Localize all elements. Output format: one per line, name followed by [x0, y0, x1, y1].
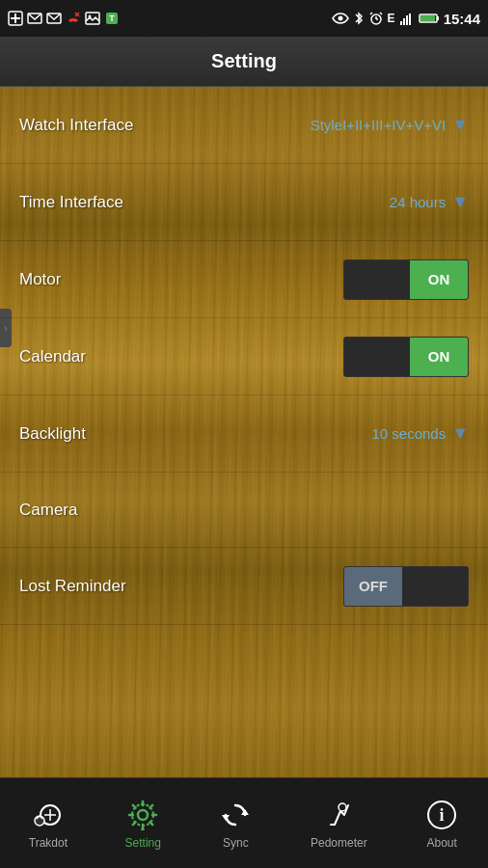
svg-point-28 [138, 810, 148, 820]
tracking-icon: T [104, 11, 120, 26]
add-icon [8, 11, 23, 26]
svg-point-27 [35, 816, 44, 826]
svg-rect-20 [409, 14, 411, 25]
lost-reminder-row: Lost Reminder OFF [0, 548, 488, 625]
motor-toggle[interactable]: ON [343, 259, 469, 300]
time-interface-value[interactable]: 24 hours ▼ [390, 192, 469, 212]
watch-interface-dropdown-icon[interactable]: ▼ [451, 115, 469, 135]
alarm-icon [368, 11, 384, 26]
time-interface-label: Time Interface [19, 193, 123, 212]
motor-label: Motor [19, 270, 61, 289]
svg-text:T: T [109, 14, 115, 23]
trakdot-label: Trakdot [29, 836, 68, 850]
watch-interface-label: Watch Interface [19, 116, 133, 135]
nav-item-sync[interactable]: Sync [206, 790, 264, 857]
signal-e-icon: E [388, 12, 395, 25]
calendar-toggle-off-area [344, 338, 410, 376]
lost-reminder-toggle[interactable]: OFF [343, 566, 469, 607]
status-bar: T E 15:44 [0, 0, 488, 37]
pedometer-icon [321, 798, 356, 832]
main-content: › Watch Interface StyleI+II+III+IV+V+VI … [0, 87, 488, 777]
sync-icon [218, 798, 253, 832]
status-icons-right: E 15:44 [332, 11, 480, 27]
svg-point-11 [338, 16, 342, 21]
eye-icon [332, 13, 349, 24]
nav-item-trakdot[interactable]: Trakdot [17, 790, 79, 857]
lost-reminder-label: Lost Reminder [19, 577, 126, 596]
motor-row: Motor ON [0, 241, 488, 318]
calendar-toggle[interactable]: ON [343, 337, 469, 377]
svg-rect-19 [406, 15, 408, 25]
backlight-label: Backlight [19, 424, 86, 444]
title-bar: Setting [0, 37, 488, 87]
calendar-label: Calendar [19, 347, 86, 366]
lost-reminder-toggle-off-label: OFF [344, 567, 402, 606]
time-interface-dropdown-icon[interactable]: ▼ [451, 192, 469, 212]
svg-text:i: i [440, 805, 445, 825]
trakdot-icon [31, 798, 66, 832]
svg-line-16 [380, 13, 382, 14]
lost-reminder-toggle-on-area [402, 567, 468, 606]
battery-icon [419, 13, 440, 24]
setting-icon [125, 798, 160, 832]
nav-item-pedometer[interactable]: Pedometer [299, 790, 379, 857]
signal-bars-icon [399, 12, 415, 25]
status-time: 15:44 [444, 11, 480, 27]
svg-rect-22 [420, 15, 435, 21]
calendar-row: Calendar ON [0, 318, 488, 395]
time-interface-row: Time Interface 24 hours ▼ [0, 164, 488, 241]
backlight-text: 10 seconds [371, 425, 446, 442]
email2-icon [46, 13, 62, 24]
svg-line-15 [370, 13, 372, 14]
watch-interface-text: StyleI+II+III+IV+V+VI [311, 117, 447, 133]
backlight-dropdown-icon[interactable]: ▼ [451, 423, 469, 444]
image-icon [85, 12, 100, 25]
motor-toggle-off-area [344, 260, 410, 299]
calendar-toggle-on-label: ON [410, 338, 468, 376]
camera-row: Camera [0, 473, 488, 548]
motor-toggle-on-label: ON [410, 260, 468, 299]
sync-label: Sync [223, 836, 249, 850]
svg-point-32 [339, 803, 346, 811]
nav-item-setting[interactable]: Setting [114, 790, 173, 857]
setting-label: Setting [125, 836, 161, 850]
svg-rect-23 [437, 16, 439, 20]
bottom-nav: Trakdot Setting Sync [0, 777, 488, 868]
about-icon: i [424, 798, 459, 832]
pedometer-label: Pedometer [311, 836, 367, 850]
svg-rect-17 [400, 21, 402, 25]
svg-rect-18 [403, 18, 405, 25]
about-label: About [427, 836, 457, 850]
backlight-value[interactable]: 10 seconds ▼ [371, 423, 469, 444]
backlight-row: Backlight 10 seconds ▼ [0, 395, 488, 473]
watch-interface-value[interactable]: StyleI+II+III+IV+V+VI ▼ [311, 115, 469, 135]
camera-label: Camera [19, 501, 77, 520]
watch-interface-row: Watch Interface StyleI+II+III+IV+V+VI ▼ [0, 87, 488, 164]
page-title: Setting [211, 50, 277, 72]
time-interface-text: 24 hours [390, 194, 446, 210]
missed-call-icon [66, 11, 81, 26]
email-icon [27, 13, 42, 24]
bluetooth-icon [353, 11, 365, 26]
svg-rect-1 [14, 14, 16, 23]
status-icons-left: T [8, 11, 120, 26]
nav-item-about[interactable]: i About [413, 790, 471, 857]
